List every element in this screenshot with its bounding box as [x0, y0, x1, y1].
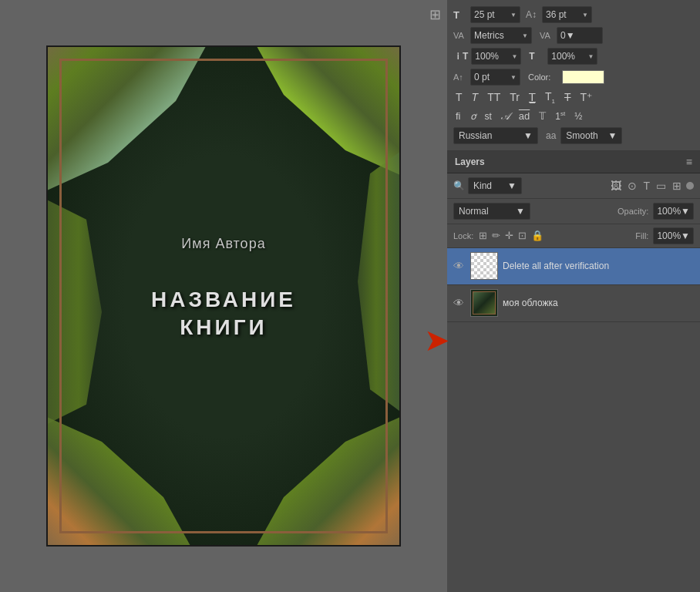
scale-v-field[interactable]: 100% ▼: [547, 48, 597, 65]
tracking-field[interactable]: 36 pt ▼: [542, 6, 592, 23]
right-panel: T 25 pt ▼ A↕ 36 pt ▼ VA Metrics ▼ VA 0 ▼: [447, 0, 700, 592]
fill-label: Fill:: [635, 231, 648, 240]
typo-row-scale: ｉT 100% ▼ T 100% ▼: [453, 48, 694, 65]
style-t-sub-btn[interactable]: T1: [543, 89, 557, 106]
search-icon[interactable]: 🔍: [453, 180, 465, 191]
leaf-decoration-bottom-left: [46, 414, 194, 547]
leaf-decoration-right: [345, 146, 401, 416]
leaf-decoration-top-right: [253, 45, 401, 178]
tracking-va-icon: VA: [540, 31, 554, 40]
typo-row-kerning: VA Metrics ▼ VA 0 ▼: [453, 27, 694, 44]
lock-all-icon[interactable]: 🔒: [530, 229, 544, 242]
aa-label: aа: [546, 130, 556, 141]
overline-btn[interactable]: ad: [517, 109, 532, 123]
filter-type-icon[interactable]: T: [641, 178, 651, 193]
blend-mode-row: Normal ▼ Opacity: 100% ▼: [447, 199, 700, 224]
baseline-icon: A↑: [453, 72, 467, 82]
tracking-icon: A↕: [523, 9, 539, 20]
style-regular-btn[interactable]: T: [453, 90, 465, 104]
leaf-decoration-bottom-right: [253, 414, 401, 547]
lang-row: Russian ▼ aа Smooth ▼: [453, 127, 694, 144]
lock-position-icon[interactable]: ✛: [504, 229, 514, 242]
caps-btn[interactable]: 𝕋: [537, 109, 548, 123]
filter-smart-icon[interactable]: ⊞: [671, 178, 683, 193]
lock-row: Lock: ⊞ ✏ ✛ ⊡ 🔒 Fill: 100% ▼: [447, 224, 700, 248]
language-dropdown[interactable]: Russian ▼: [453, 127, 538, 144]
author-text: Имя Автора: [48, 236, 399, 252]
layers-title: Layers: [455, 156, 485, 167]
layer-visibility-eye-1[interactable]: 👁: [453, 260, 466, 272]
smooth-arrow: ▼: [607, 130, 617, 141]
layers-list: 👁 Delete all after verification 👁 моя об…: [447, 248, 700, 592]
layer-name-1: Delete all after verification: [503, 261, 694, 271]
script-btn[interactable]: 𝒜: [499, 109, 512, 123]
filter-toggle-dot[interactable]: [686, 182, 694, 190]
kerning-arrow: ▼: [522, 32, 528, 39]
leaf-decoration-top-left: [46, 45, 210, 193]
fill-arrow: ▼: [681, 230, 690, 241]
scale-h-field[interactable]: 100% ▼: [471, 48, 521, 65]
canvas-area: Имя Автора НАЗВАНИЕКНИГИ ⊞: [0, 0, 447, 592]
style-t-stroke-btn[interactable]: T̲: [527, 90, 538, 104]
lock-transparency-icon[interactable]: ⊞: [478, 229, 488, 242]
opacity-field[interactable]: 100% ▼: [653, 203, 694, 220]
lang-arrow: ▼: [523, 130, 533, 141]
superscript-btn[interactable]: 1st: [553, 109, 567, 123]
font-size-arrow: ▼: [510, 12, 517, 18]
typography-panel: T 25 pt ▼ A↕ 36 pt ▼ VA Metrics ▼ VA 0 ▼: [447, 0, 700, 151]
filter-adjustment-icon[interactable]: ⊙: [626, 178, 638, 193]
layers-kind-row: 🔍 Kind ▼ 🖼 ⊙ T ▭ ⊞: [447, 173, 700, 199]
opacity-label: Opacity:: [618, 207, 648, 216]
book-cover: Имя Автора НАЗВАНИЕКНИГИ: [46, 45, 401, 547]
layer-thumbnail-2: [470, 289, 498, 317]
lock-artboard-icon[interactable]: ⊡: [517, 229, 527, 242]
style-t-strikethrough-btn[interactable]: T: [562, 90, 574, 104]
kerning-dropdown[interactable]: Metrics ▼: [470, 27, 532, 44]
tracking-arrow: ▼: [582, 12, 588, 18]
color-swatch[interactable]: [562, 70, 604, 84]
blend-mode-dropdown[interactable]: Normal ▼: [453, 203, 530, 220]
fraction-btn[interactable]: ½: [572, 110, 584, 123]
lock-icons: ⊞ ✏ ✛ ⊡ 🔒: [478, 229, 544, 242]
ligature-fi-btn[interactable]: fi: [453, 109, 463, 123]
ligature-st-btn[interactable]: ơ: [468, 110, 478, 123]
scale-h-icon: ｉT: [453, 50, 468, 63]
typo-row-size: T 25 pt ▼ A↕ 36 pt ▼: [453, 6, 694, 23]
layer-name-2: моя обложка: [503, 298, 694, 308]
layers-panel: Layers ≡ 🔍 Kind ▼ 🖼 ⊙ T ▭ ⊞ Normal ▼: [447, 151, 700, 592]
layers-header: Layers ≡: [447, 151, 700, 173]
layer-item[interactable]: 👁 моя обложка: [447, 285, 700, 322]
typo-style-row1: T T TT Tr T̲ T1 T T⁺: [453, 89, 694, 106]
kerning-val-arrow: ▼: [566, 30, 575, 41]
fill-field[interactable]: 100% ▼: [653, 227, 694, 244]
style-tr-btn[interactable]: Tr: [507, 90, 522, 104]
layer-filter-icons: 🖼 ⊙ T ▭ ⊞: [609, 178, 694, 193]
style-t-plus-btn[interactable]: T⁺: [578, 90, 595, 104]
layer-item[interactable]: 👁 Delete all after verification: [447, 248, 700, 285]
kerning-value-field[interactable]: 0 ▼: [557, 27, 603, 44]
filter-image-icon[interactable]: 🖼: [609, 178, 623, 193]
color-label: Color:: [528, 72, 559, 82]
font-size-field[interactable]: 25 pt ▼: [470, 6, 520, 23]
grid-icon[interactable]: ⊞: [429, 6, 441, 23]
style-italic-btn[interactable]: T: [469, 90, 481, 104]
scale-v-icon: T: [529, 51, 544, 62]
font-size-icon: T: [453, 9, 467, 21]
typo-row-baseline: A↑ 0 pt ▼ Color:: [453, 69, 694, 86]
layer-visibility-eye-2[interactable]: 👁: [453, 297, 466, 309]
blend-arrow: ▼: [516, 206, 525, 217]
ligature-st2-btn[interactable]: st: [483, 110, 494, 123]
typo-style-row2: fi ơ st 𝒜 ad 𝕋 1st ½: [453, 109, 694, 123]
opacity-arrow: ▼: [681, 206, 690, 217]
layers-menu-icon[interactable]: ≡: [686, 156, 692, 168]
smooth-dropdown[interactable]: Smooth ▼: [560, 127, 622, 144]
lock-pixels-icon[interactable]: ✏: [491, 229, 501, 242]
filter-shape-icon[interactable]: ▭: [655, 178, 668, 193]
lock-label: Lock:: [453, 231, 473, 240]
baseline-field[interactable]: 0 pt ▼: [470, 69, 520, 86]
book-title-text: НАЗВАНИЕКНИГИ: [48, 286, 399, 342]
kind-dropdown[interactable]: Kind ▼: [468, 177, 522, 194]
layer-thumbnail-1: [470, 252, 498, 280]
kerning-icon: VA: [453, 31, 467, 40]
style-tt-btn[interactable]: TT: [485, 90, 503, 104]
